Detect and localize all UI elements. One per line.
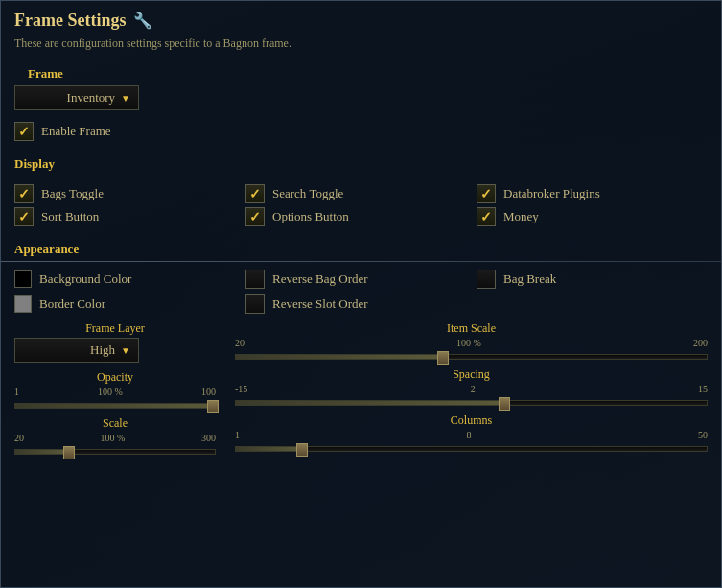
columns-max: 50: [698, 430, 708, 440]
bag-break-cell[interactable]: Bag Break: [477, 270, 708, 289]
item-scale-display: 100 %: [456, 338, 481, 348]
frame-layer-dropdown[interactable]: High ▼: [14, 338, 139, 363]
frame-layer-value: High: [90, 342, 115, 358]
scale-label: Scale: [14, 416, 216, 431]
columns-group: Columns 1 8 50: [235, 413, 708, 452]
border-color-cell[interactable]: Border Color: [14, 294, 245, 314]
main-panel: Frame Settings 🔧 These are configuration…: [0, 0, 722, 588]
reverse-slot-order-cell[interactable]: Reverse Slot Order: [245, 294, 477, 314]
scale-group: Scale 20 100 % 300: [14, 416, 216, 455]
background-color-swatch[interactable]: [14, 270, 32, 288]
chevron-down-icon: ▼: [121, 93, 130, 104]
scale-min: 20: [14, 433, 24, 443]
display-divider: [1, 176, 721, 176]
title-text: Frame Settings: [14, 11, 126, 31]
columns-slider-labels: 1 8 50: [235, 430, 708, 440]
frame-section-label: Frame: [14, 60, 708, 85]
money-label: Money: [503, 209, 539, 224]
subtitle: These are configuration settings specifi…: [1, 35, 721, 60]
databroker-plugins-label: Databroker Plugins: [503, 186, 600, 201]
options-button-checkbox[interactable]: [245, 207, 265, 226]
bags-toggle-cell[interactable]: Bags Toggle: [14, 184, 245, 203]
border-color-label: Border Color: [39, 296, 105, 312]
bags-toggle-label: Bags Toggle: [41, 186, 104, 201]
bottom-controls: Frame Layer High ▼ Opacity 1 100 % 100: [1, 316, 721, 468]
sort-button-label: Sort Button: [41, 209, 99, 224]
spacing-slider-fill: [236, 401, 504, 405]
left-controls: Frame Layer High ▼ Opacity 1 100 % 100: [14, 321, 216, 462]
reverse-bag-order-cell[interactable]: Reverse Bag Order: [245, 270, 477, 289]
item-scale-max: 200: [693, 338, 708, 348]
frame-layer-label: Frame Layer: [14, 321, 216, 336]
spacing-min: -15: [235, 384, 247, 394]
money-cell[interactable]: Money: [477, 207, 708, 226]
columns-slider-thumb[interactable]: [296, 443, 308, 457]
opacity-display: 100 %: [98, 387, 123, 397]
columns-slider-fill: [236, 447, 302, 451]
search-toggle-cell[interactable]: Search Toggle: [245, 184, 477, 203]
spacing-group: Spacing -15 2 15: [235, 367, 708, 406]
scale-slider-track[interactable]: [14, 449, 216, 455]
opacity-max: 100: [201, 387, 216, 397]
databroker-plugins-cell[interactable]: Databroker Plugins: [477, 184, 708, 203]
reverse-bag-order-label: Reverse Bag Order: [272, 271, 368, 287]
page-title: Frame Settings 🔧: [1, 1, 721, 35]
databroker-plugins-checkbox[interactable]: [477, 184, 496, 203]
bag-break-label: Bag Break: [503, 271, 556, 287]
sort-button-checkbox[interactable]: [14, 207, 34, 226]
frame-dropdown[interactable]: Inventory ▼: [14, 85, 139, 110]
spacing-max: 15: [698, 384, 708, 394]
reverse-slot-order-checkbox[interactable]: [245, 294, 265, 314]
scale-slider-fill: [15, 450, 69, 454]
appearance-grid: Background Color Reverse Bag Order Bag B…: [1, 268, 721, 316]
options-button-label: Options Button: [272, 209, 349, 224]
search-toggle-checkbox[interactable]: [245, 184, 265, 203]
appearance-divider: [1, 261, 721, 262]
opacity-group: Opacity 1 100 % 100: [14, 370, 216, 409]
search-toggle-label: Search Toggle: [272, 186, 343, 201]
scale-max: 300: [201, 433, 216, 443]
background-color-label: Background Color: [39, 271, 131, 287]
frame-dropdown-value: Inventory: [67, 90, 116, 106]
spacing-label: Spacing: [235, 367, 708, 382]
columns-min: 1: [235, 430, 240, 440]
money-checkbox[interactable]: [477, 207, 496, 226]
gear-icon: 🔧: [133, 12, 152, 30]
scale-slider-labels: 20 100 % 300: [14, 433, 216, 443]
frame-layer-chevron-icon: ▼: [121, 345, 130, 356]
item-scale-slider-labels: 20 100 % 200: [235, 338, 708, 348]
opacity-slider-fill: [15, 404, 213, 408]
appearance-section-label: Appearance: [1, 236, 721, 261]
enable-frame-checkbox[interactable]: [14, 122, 34, 141]
background-color-cell[interactable]: Background Color: [14, 270, 245, 289]
scale-display: 100 %: [101, 433, 126, 443]
opacity-slider-thumb[interactable]: [207, 400, 219, 413]
border-color-swatch[interactable]: [14, 295, 32, 313]
item-scale-slider-track[interactable]: [235, 354, 708, 360]
reverse-slot-order-label: Reverse Slot Order: [272, 296, 368, 312]
right-controls: Item Scale 20 100 % 200 Spacing -15 2 15: [235, 321, 708, 462]
options-button-cell[interactable]: Options Button: [245, 207, 477, 226]
item-scale-group: Item Scale 20 100 % 200: [235, 321, 708, 360]
spacing-slider-thumb[interactable]: [499, 397, 510, 411]
columns-slider-track[interactable]: [235, 446, 708, 452]
sort-button-cell[interactable]: Sort Button: [14, 207, 245, 226]
scale-slider-thumb[interactable]: [63, 446, 75, 459]
reverse-bag-order-checkbox[interactable]: [245, 270, 265, 289]
item-scale-label: Item Scale: [235, 321, 708, 336]
enable-frame-label: Enable Frame: [41, 124, 111, 139]
item-scale-slider-thumb[interactable]: [437, 351, 449, 365]
frame-section: Frame Inventory ▼: [1, 60, 721, 118]
spacing-slider-track[interactable]: [235, 400, 708, 406]
empty-cell: [477, 294, 708, 314]
item-scale-slider-fill: [236, 355, 443, 359]
spacing-slider-labels: -15 2 15: [235, 384, 708, 394]
opacity-slider-track[interactable]: [14, 403, 216, 409]
bag-break-checkbox[interactable]: [477, 270, 496, 289]
item-scale-min: 20: [235, 338, 245, 348]
display-section-label: Display: [1, 151, 721, 176]
columns-label: Columns: [235, 413, 708, 428]
bags-toggle-checkbox[interactable]: [14, 184, 34, 203]
enable-frame-row[interactable]: Enable Frame: [1, 118, 721, 145]
columns-display: 8: [467, 430, 472, 440]
